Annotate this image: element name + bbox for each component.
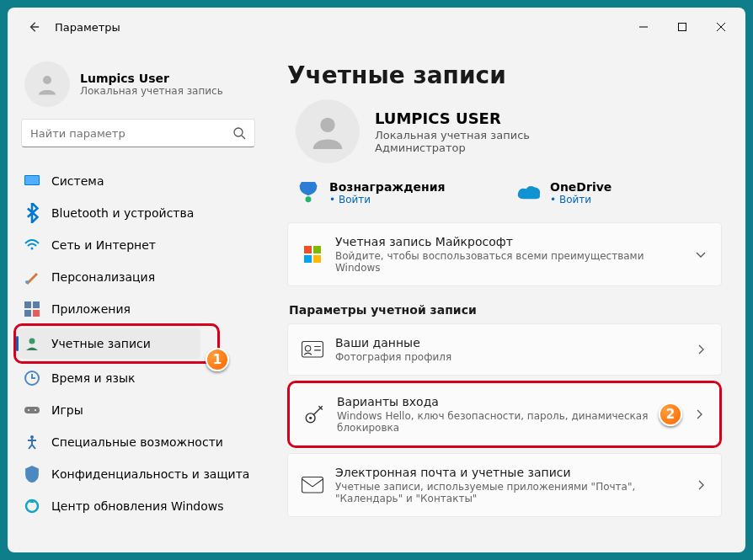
chevron-right-icon [692,408,706,421]
nav-personalization[interactable]: Персонализация [16,262,260,292]
svg-rect-8 [33,301,40,308]
tile-title: Вознаграждения [329,180,446,194]
svg-point-18 [320,118,334,132]
section-label: Параметры учетной записи [289,303,720,317]
card-your-info[interactable]: Ваши данные Фотография профиля [287,323,722,376]
card-sub: Фотография профиля [335,351,682,363]
card-sub: Windows Hello, ключ безопасности, пароль… [337,410,681,434]
svg-point-5 [31,248,34,250]
system-icon [24,173,40,189]
nav-label: Персонализация [51,270,155,284]
annotation-badge-2: 2 [659,403,682,426]
svg-rect-9 [24,310,31,317]
nav-apps[interactable]: Приложения [16,294,260,324]
window-body: Lumpics User Локальная учетная запись Си… [8,46,745,552]
svg-point-14 [28,409,29,411]
avatar-small [24,61,70,107]
avatar-large [296,99,360,163]
search-input[interactable] [30,127,232,140]
svg-rect-13 [24,407,40,413]
account-role: Администратор [375,141,530,154]
maximize-button[interactable] [663,8,702,46]
svg-point-21 [305,346,311,352]
main-content: Учетные записи LUMPICS USER Локальная уч… [269,46,745,552]
window-controls [624,8,740,46]
quick-tiles: Вознаграждения Войти OneDrive Войти [287,175,722,211]
accessibility-icon [24,435,40,450]
nav-label: Bluetooth и устройства [51,206,194,220]
card-microsoft-account[interactable]: Учетная запись Майкрософт Войдите, чтобы… [287,222,722,286]
card-sub: Учетные записи, используемые приложениям… [335,481,682,504]
nav-accounts[interactable]: Учетные записи [16,328,200,359]
brush-icon [24,269,40,285]
app-title: Параметры [55,21,120,34]
nav-label: Система [51,174,104,188]
account-subtitle: Локальная учетная запись [375,129,530,141]
person-icon [308,112,347,151]
nav-label: Игры [51,403,83,417]
tile-action[interactable]: Войти [550,194,611,205]
profile-subtitle: Локальная учетная запись [80,85,223,97]
nav-label: Конфиденциальность и защита [51,467,249,481]
page-title: Учетные записи [287,61,722,89]
nav-label: Учетные записи [51,337,151,350]
search-box[interactable] [21,119,255,147]
microsoft-logo-icon [302,246,323,263]
tile-action[interactable]: Войти [329,194,446,205]
tile-rewards[interactable]: Вознаграждения Войти [296,180,493,205]
card-title: Учетная запись Майкрософт [335,235,682,248]
accounts-icon [24,336,40,351]
svg-point-15 [35,409,36,411]
id-card-icon [302,341,323,358]
nav-accessibility[interactable]: Специальные возможности [16,427,260,457]
chevron-right-icon [694,478,708,492]
nav-label: Специальные возможности [51,435,223,449]
account-name: LUMPICS USER [375,109,530,127]
close-icon [717,23,725,31]
tile-onedrive[interactable]: OneDrive Войти [516,180,713,205]
annotation-2: Варианты входа Windows Hello, ключ безоп… [287,381,722,448]
profile-name: Lumpics User [80,72,223,85]
svg-point-1 [43,76,51,84]
nav-system[interactable]: Система [16,166,260,196]
maximize-icon [678,23,686,31]
nav-privacy[interactable]: Конфиденциальность и защита [16,459,260,489]
update-icon [24,499,40,514]
svg-rect-4 [25,176,39,184]
account-header: LUMPICS USER Локальная учетная запись Ад… [287,99,722,163]
svg-point-23 [309,417,312,419]
nav-windows-update[interactable]: Центр обновления Windows [16,491,260,521]
clock-globe-icon [24,371,40,386]
back-button[interactable] [21,14,46,40]
gamepad-icon [24,403,40,418]
nav-network[interactable]: Сеть и Интернет [16,230,260,260]
shield-icon [24,467,40,482]
close-button[interactable] [702,8,740,46]
minimize-icon [639,23,648,31]
nav: Система Bluetooth и устройства Сеть и Ин… [16,166,260,521]
tile-title: OneDrive [550,180,611,194]
annotation-1: Учетные записи 1 [13,323,220,364]
nav-bluetooth[interactable]: Bluetooth и устройства [16,198,260,228]
nav-time-language[interactable]: Время и язык [16,363,260,393]
svg-point-19 [306,197,312,203]
card-email-accounts[interactable]: Электронная почта и учетные записи Учетн… [287,453,722,517]
nav-label: Сеть и Интернет [51,238,156,252]
onedrive-icon [516,180,542,205]
nav-label: Время и язык [51,371,135,385]
bluetooth-icon [24,205,40,221]
svg-rect-10 [33,310,40,317]
key-icon [303,403,325,425]
profile-block[interactable]: Lumpics User Локальная учетная запись [16,46,260,119]
nav-label: Приложения [51,302,131,316]
nav-label: Центр обновления Windows [51,499,223,513]
svg-point-16 [30,435,34,439]
back-arrow-icon [28,21,40,33]
nav-gaming[interactable]: Игры [16,395,260,425]
sidebar: Lumpics User Локальная учетная запись Си… [8,46,269,552]
minimize-button[interactable] [624,8,663,46]
card-sub: Войдите, чтобы воспользоваться всеми пре… [335,250,682,274]
person-icon [35,72,60,97]
card-sign-in-options[interactable]: Варианты входа Windows Hello, ключ безоп… [290,383,719,445]
card-title: Электронная почта и учетные записи [335,466,682,479]
